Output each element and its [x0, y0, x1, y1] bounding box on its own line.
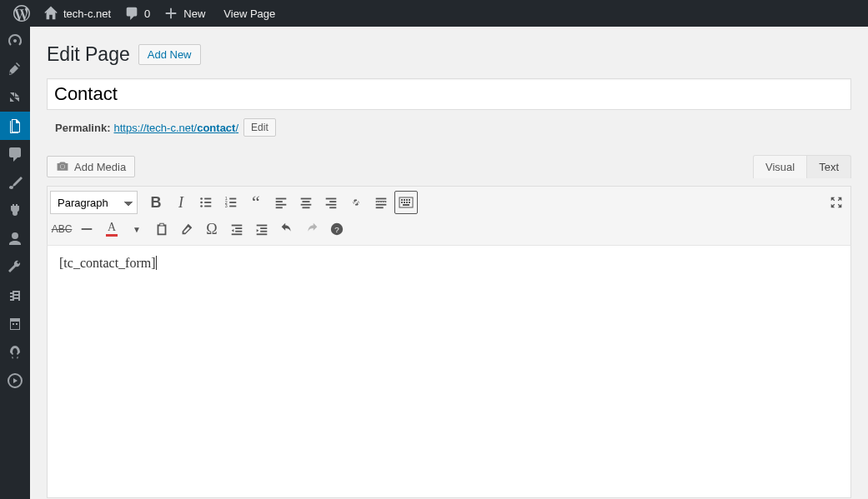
permalink-link[interactable]: https://tech-c.net/contact/: [113, 122, 238, 134]
italic-button[interactable]: I: [169, 191, 193, 214]
sidebar-item-appearance[interactable]: [0, 168, 30, 197]
align-right-icon: [324, 195, 339, 210]
wp-logo-menu[interactable]: [7, 0, 37, 27]
sidebar-item-pages[interactable]: [0, 112, 30, 140]
clipboard-icon: [154, 222, 169, 237]
plus-icon: [163, 6, 178, 21]
link-icon: [349, 195, 364, 210]
bold-button[interactable]: B: [144, 191, 168, 214]
quote-button[interactable]: “: [244, 191, 268, 214]
editor-container: Add Media Visual Text Paragraph B I 123 …: [47, 155, 851, 498]
sidebar-item-dashboard[interactable]: [0, 27, 30, 55]
sidebar-item-media[interactable]: [0, 83, 30, 112]
help-button[interactable]: ?: [325, 217, 349, 241]
strike-icon: ABC: [52, 223, 73, 235]
clear-format-button[interactable]: [175, 217, 198, 241]
ul-button[interactable]: [194, 191, 218, 214]
svg-rect-28: [376, 207, 384, 208]
tab-visual[interactable]: Visual: [754, 156, 807, 178]
svg-rect-47: [257, 233, 268, 235]
sidebar-item-comments[interactable]: [0, 140, 30, 168]
svg-rect-46: [260, 231, 267, 232]
new-content-menu[interactable]: New: [157, 0, 212, 27]
sidebar-item-users[interactable]: [0, 225, 30, 253]
textcolor-button[interactable]: A: [100, 217, 123, 241]
svg-rect-23: [326, 204, 337, 206]
text-caret: [156, 256, 157, 270]
svg-rect-34: [401, 202, 403, 203]
link-button[interactable]: [344, 191, 368, 214]
add-media-button[interactable]: Add Media: [47, 156, 135, 177]
comments-icon: [7, 146, 23, 162]
editor-content-area[interactable]: [tc_contact_form]: [47, 246, 851, 498]
svg-text:?: ?: [334, 225, 339, 234]
undo-button[interactable]: [275, 217, 299, 241]
eraser-icon: [179, 222, 194, 237]
strike-button[interactable]: ABC: [50, 217, 73, 241]
ul-icon: [198, 195, 213, 210]
format-select[interactable]: Paragraph: [50, 191, 138, 214]
paste-button[interactable]: [150, 217, 173, 241]
page-title: Edit Page: [47, 43, 130, 66]
permalink-edit-button[interactable]: Edit: [243, 118, 276, 137]
sidebar-item-posts[interactable]: [0, 55, 30, 83]
sidebar-item-generic-3[interactable]: [0, 367, 30, 395]
svg-rect-43: [232, 233, 243, 235]
svg-rect-41: [235, 227, 242, 229]
outdent-button[interactable]: [225, 217, 248, 241]
hr-button[interactable]: [75, 217, 98, 241]
fullscreen-button[interactable]: [825, 191, 848, 214]
italic-icon: I: [178, 194, 183, 212]
sidebar-item-settings[interactable]: [0, 282, 30, 310]
svg-rect-17: [301, 198, 312, 200]
media-icon: [7, 89, 23, 106]
site-name-label: tech-c.net: [63, 7, 111, 20]
svg-rect-39: [82, 228, 93, 230]
special-char-button[interactable]: Ω: [200, 217, 223, 241]
more-icon: [374, 195, 389, 210]
svg-rect-30: [401, 199, 403, 201]
svg-point-3: [200, 202, 203, 204]
kitchen-sink-button[interactable]: [394, 191, 418, 214]
sidebar-item-plugins[interactable]: [0, 197, 30, 225]
more-button[interactable]: [369, 191, 393, 214]
main-content: Edit Page Add New Permalink: https://tec…: [30, 27, 868, 499]
add-new-button[interactable]: Add New: [138, 44, 201, 65]
keyboard-icon: [399, 197, 414, 208]
quote-icon: “: [252, 192, 260, 213]
toolbar-row-1: Paragraph B I 123 “: [50, 189, 848, 216]
sidebar-item-generic-1[interactable]: [0, 310, 30, 338]
align-center-button[interactable]: [294, 191, 318, 214]
svg-rect-21: [326, 198, 337, 200]
post-title-input[interactable]: [47, 78, 851, 110]
svg-rect-14: [276, 201, 283, 202]
svg-rect-10: [229, 202, 236, 203]
home-icon: [43, 6, 58, 21]
toolbar-row-2: ABC A ▼ Ω ?: [50, 216, 848, 242]
wrench-icon: [7, 259, 23, 276]
svg-rect-19: [301, 204, 312, 206]
textcolor-dropdown[interactable]: ▼: [125, 217, 148, 241]
align-left-button[interactable]: [269, 191, 293, 214]
undo-icon: [279, 222, 294, 237]
comments-menu[interactable]: 0: [118, 0, 157, 27]
sidebar-item-generic-2[interactable]: [0, 338, 30, 367]
indent-button[interactable]: [250, 217, 273, 241]
sidebar-item-tools[interactable]: [0, 253, 30, 282]
editor-tabs: Visual Text: [753, 155, 851, 178]
user-icon: [7, 231, 23, 247]
tab-text[interactable]: Text: [807, 156, 850, 178]
view-page-label: View Page: [223, 7, 275, 20]
svg-rect-44: [257, 225, 268, 227]
add-media-label: Add Media: [74, 161, 126, 173]
view-page-link[interactable]: View Page: [212, 0, 282, 27]
svg-rect-24: [329, 207, 336, 208]
site-name-menu[interactable]: tech-c.net: [37, 0, 118, 27]
indent-icon: [254, 222, 269, 237]
align-right-button[interactable]: [319, 191, 343, 214]
editor-text: [tc_contact_form]: [59, 256, 156, 270]
ol-button[interactable]: 123: [219, 191, 243, 214]
pin-icon: [7, 61, 23, 77]
svg-point-1: [200, 197, 203, 200]
redo-button[interactable]: [300, 217, 324, 241]
